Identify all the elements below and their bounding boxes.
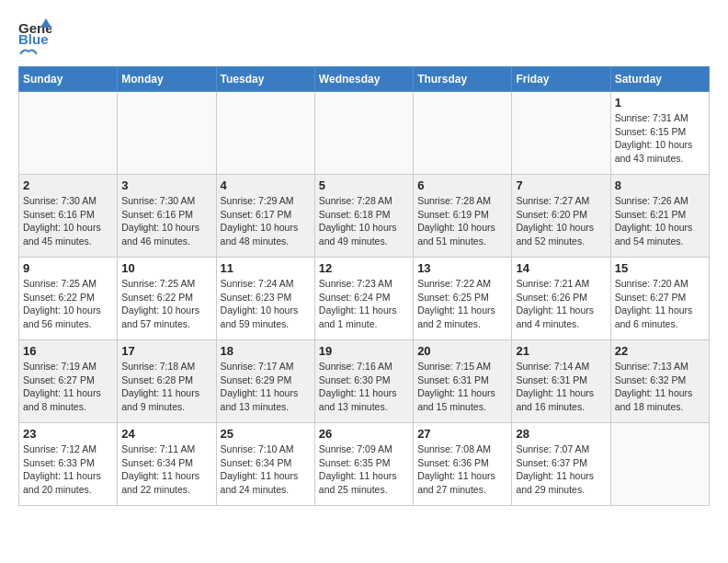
- calendar-cell: 1Sunrise: 7:31 AM Sunset: 6:15 PM Daylig…: [610, 92, 709, 175]
- day-number: 13: [417, 261, 507, 275]
- day-number: 8: [615, 178, 705, 192]
- day-info: Sunrise: 7:26 AM Sunset: 6:21 PM Dayligh…: [615, 194, 705, 248]
- calendar-header-row: SundayMondayTuesdayWednesdayThursdayFrid…: [19, 67, 710, 92]
- weekday-header: Tuesday: [216, 67, 314, 92]
- calendar-cell: 18Sunrise: 7:17 AM Sunset: 6:29 PM Dayli…: [216, 340, 314, 423]
- day-number: 9: [23, 261, 113, 275]
- page-header: General Blue: [18, 18, 710, 57]
- day-info: Sunrise: 7:21 AM Sunset: 6:26 PM Dayligh…: [516, 277, 606, 331]
- day-info: Sunrise: 7:15 AM Sunset: 6:31 PM Dayligh…: [417, 360, 507, 414]
- calendar-cell: 9Sunrise: 7:25 AM Sunset: 6:22 PM Daylig…: [19, 258, 118, 340]
- day-number: 17: [121, 344, 211, 358]
- calendar-week-row: 16Sunrise: 7:19 AM Sunset: 6:27 PM Dayli…: [19, 340, 710, 423]
- day-number: 5: [319, 178, 409, 192]
- calendar-week-row: 23Sunrise: 7:12 AM Sunset: 6:33 PM Dayli…: [19, 423, 710, 506]
- day-info: Sunrise: 7:20 AM Sunset: 6:27 PM Dayligh…: [615, 277, 705, 331]
- weekday-header: Wednesday: [314, 67, 413, 92]
- day-number: 12: [319, 261, 409, 275]
- day-number: 22: [615, 344, 705, 358]
- calendar-cell: 15Sunrise: 7:20 AM Sunset: 6:27 PM Dayli…: [610, 258, 709, 340]
- weekday-header: Monday: [118, 67, 216, 92]
- calendar-cell: 14Sunrise: 7:21 AM Sunset: 6:26 PM Dayli…: [512, 258, 610, 340]
- day-number: 15: [615, 261, 705, 275]
- day-info: Sunrise: 7:11 AM Sunset: 6:34 PM Dayligh…: [121, 442, 211, 497]
- day-number: 14: [516, 261, 606, 275]
- day-info: Sunrise: 7:14 AM Sunset: 6:31 PM Dayligh…: [516, 360, 606, 414]
- calendar-cell: [610, 423, 709, 506]
- calendar-cell: 6Sunrise: 7:28 AM Sunset: 6:19 PM Daylig…: [414, 175, 512, 258]
- day-info: Sunrise: 7:25 AM Sunset: 6:22 PM Dayligh…: [121, 277, 211, 331]
- day-info: Sunrise: 7:22 AM Sunset: 6:25 PM Dayligh…: [417, 277, 507, 331]
- weekday-header: Saturday: [610, 67, 709, 92]
- weekday-header: Thursday: [414, 67, 512, 92]
- calendar-cell: [512, 92, 610, 175]
- calendar-cell: 26Sunrise: 7:09 AM Sunset: 6:35 PM Dayli…: [314, 423, 413, 506]
- day-number: 16: [23, 344, 113, 358]
- calendar-cell: 22Sunrise: 7:13 AM Sunset: 6:32 PM Dayli…: [610, 340, 709, 423]
- day-number: 6: [417, 178, 507, 192]
- svg-text:Blue: Blue: [18, 31, 49, 46]
- day-info: Sunrise: 7:28 AM Sunset: 6:19 PM Dayligh…: [417, 194, 507, 248]
- day-number: 23: [23, 427, 113, 441]
- day-number: 18: [221, 344, 311, 358]
- weekday-header: Friday: [512, 67, 610, 92]
- day-info: Sunrise: 7:18 AM Sunset: 6:28 PM Dayligh…: [121, 360, 211, 414]
- calendar-cell: 17Sunrise: 7:18 AM Sunset: 6:28 PM Dayli…: [118, 340, 216, 423]
- calendar-week-row: 1Sunrise: 7:31 AM Sunset: 6:15 PM Daylig…: [19, 92, 710, 175]
- logo: General Blue: [18, 18, 51, 57]
- calendar-cell: 27Sunrise: 7:08 AM Sunset: 6:36 PM Dayli…: [414, 423, 512, 506]
- calendar-cell: 19Sunrise: 7:16 AM Sunset: 6:30 PM Dayli…: [314, 340, 413, 423]
- day-number: 26: [319, 427, 409, 441]
- day-number: 11: [221, 261, 311, 275]
- day-info: Sunrise: 7:31 AM Sunset: 6:15 PM Dayligh…: [615, 111, 705, 166]
- calendar-cell: 7Sunrise: 7:27 AM Sunset: 6:20 PM Daylig…: [512, 175, 610, 258]
- calendar-cell: 4Sunrise: 7:29 AM Sunset: 6:17 PM Daylig…: [216, 175, 314, 258]
- day-info: Sunrise: 7:27 AM Sunset: 6:20 PM Dayligh…: [516, 194, 606, 248]
- day-number: 24: [121, 427, 211, 441]
- day-info: Sunrise: 7:30 AM Sunset: 6:16 PM Dayligh…: [23, 194, 113, 248]
- day-number: 21: [516, 344, 606, 358]
- calendar-cell: [314, 92, 413, 175]
- day-number: 19: [319, 344, 409, 358]
- day-info: Sunrise: 7:23 AM Sunset: 6:24 PM Dayligh…: [319, 277, 409, 331]
- day-number: 28: [516, 427, 606, 441]
- calendar-cell: 12Sunrise: 7:23 AM Sunset: 6:24 PM Dayli…: [314, 258, 413, 340]
- calendar-cell: 23Sunrise: 7:12 AM Sunset: 6:33 PM Dayli…: [19, 423, 118, 506]
- calendar-cell: [216, 92, 314, 175]
- calendar-cell: 8Sunrise: 7:26 AM Sunset: 6:21 PM Daylig…: [610, 175, 709, 258]
- day-number: 2: [23, 178, 113, 192]
- day-info: Sunrise: 7:08 AM Sunset: 6:36 PM Dayligh…: [417, 442, 507, 497]
- day-number: 4: [221, 178, 311, 192]
- weekday-header: Sunday: [19, 67, 118, 92]
- calendar-cell: 16Sunrise: 7:19 AM Sunset: 6:27 PM Dayli…: [19, 340, 118, 423]
- calendar-cell: 10Sunrise: 7:25 AM Sunset: 6:22 PM Dayli…: [118, 258, 216, 340]
- calendar-cell: [118, 92, 216, 175]
- calendar-cell: 20Sunrise: 7:15 AM Sunset: 6:31 PM Dayli…: [414, 340, 512, 423]
- calendar-cell: 11Sunrise: 7:24 AM Sunset: 6:23 PM Dayli…: [216, 258, 314, 340]
- day-info: Sunrise: 7:30 AM Sunset: 6:16 PM Dayligh…: [121, 194, 211, 248]
- calendar-table: SundayMondayTuesdayWednesdayThursdayFrid…: [18, 66, 710, 506]
- calendar-cell: [414, 92, 512, 175]
- calendar-cell: 24Sunrise: 7:11 AM Sunset: 6:34 PM Dayli…: [118, 423, 216, 506]
- calendar-cell: 21Sunrise: 7:14 AM Sunset: 6:31 PM Dayli…: [512, 340, 610, 423]
- day-info: Sunrise: 7:16 AM Sunset: 6:30 PM Dayligh…: [319, 360, 409, 414]
- day-info: Sunrise: 7:09 AM Sunset: 6:35 PM Dayligh…: [319, 442, 409, 497]
- day-info: Sunrise: 7:10 AM Sunset: 6:34 PM Dayligh…: [221, 442, 311, 497]
- calendar-cell: 2Sunrise: 7:30 AM Sunset: 6:16 PM Daylig…: [19, 175, 118, 258]
- calendar-cell: 13Sunrise: 7:22 AM Sunset: 6:25 PM Dayli…: [414, 258, 512, 340]
- calendar-cell: 3Sunrise: 7:30 AM Sunset: 6:16 PM Daylig…: [118, 175, 216, 258]
- day-info: Sunrise: 7:28 AM Sunset: 6:18 PM Dayligh…: [319, 194, 409, 248]
- day-info: Sunrise: 7:13 AM Sunset: 6:32 PM Dayligh…: [615, 360, 705, 414]
- day-number: 25: [221, 427, 311, 441]
- day-info: Sunrise: 7:24 AM Sunset: 6:23 PM Dayligh…: [221, 277, 311, 331]
- calendar-week-row: 9Sunrise: 7:25 AM Sunset: 6:22 PM Daylig…: [19, 258, 710, 340]
- day-number: 7: [516, 178, 606, 192]
- day-info: Sunrise: 7:17 AM Sunset: 6:29 PM Dayligh…: [221, 360, 311, 414]
- calendar-week-row: 2Sunrise: 7:30 AM Sunset: 6:16 PM Daylig…: [19, 175, 710, 258]
- calendar-cell: 28Sunrise: 7:07 AM Sunset: 6:37 PM Dayli…: [512, 423, 610, 506]
- day-info: Sunrise: 7:29 AM Sunset: 6:17 PM Dayligh…: [221, 194, 311, 248]
- day-number: 27: [417, 427, 507, 441]
- day-number: 1: [615, 96, 705, 109]
- day-info: Sunrise: 7:07 AM Sunset: 6:37 PM Dayligh…: [516, 442, 606, 497]
- day-number: 3: [121, 178, 211, 192]
